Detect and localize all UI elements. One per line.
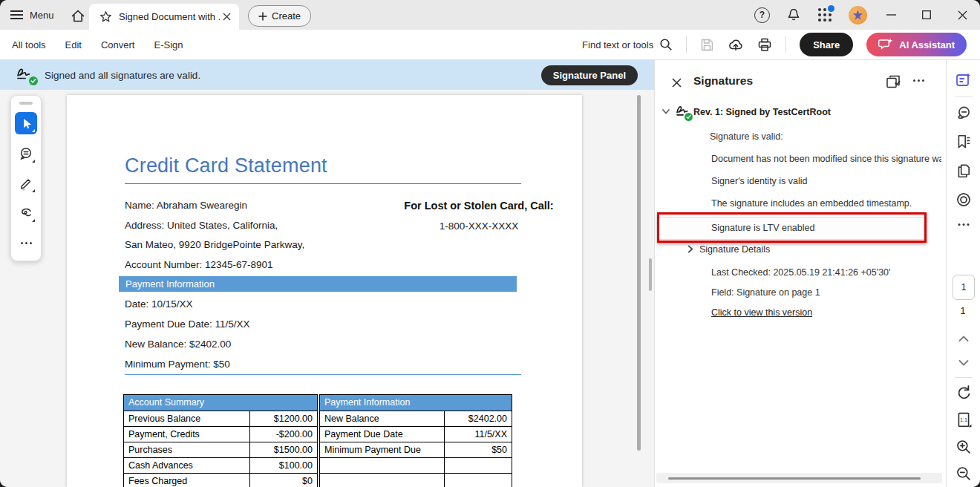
cell-value (445, 474, 512, 487)
cell-value: $1500.00 (250, 442, 317, 457)
help-icon[interactable]: ? (754, 7, 770, 23)
star-icon[interactable] (99, 10, 112, 23)
menu-all-tools[interactable]: All tools (12, 39, 46, 50)
panel-options-icon[interactable] (913, 79, 924, 82)
rotate-page-icon[interactable] (956, 385, 972, 401)
share-button[interactable]: Share (800, 33, 853, 56)
page-total-label: 1 (947, 306, 979, 316)
signature-panel-button[interactable]: Signature Panel (541, 65, 638, 85)
menu-esign[interactable]: E-Sign (154, 39, 183, 50)
table-row (320, 457, 512, 473)
panel-horizontal-scrollbar[interactable] (656, 473, 942, 483)
cell-value: $1200.00 (250, 411, 317, 426)
comment-tool-button[interactable] (15, 143, 37, 165)
cell-label: Minimum Payment Due (320, 442, 445, 457)
content-area: Signed and all signatures are valid. Sig… (0, 60, 980, 487)
previous-page-icon[interactable] (958, 335, 969, 342)
more-tools-button[interactable] (15, 232, 37, 254)
pages-panel-icon[interactable] (956, 163, 972, 179)
page-fit-icon[interactable]: 1:1 (956, 412, 972, 428)
quick-tools-rail (10, 95, 42, 261)
page-number-input[interactable]: 1 (953, 275, 975, 300)
collapse-chevron-icon[interactable] (661, 106, 673, 118)
valid-check-badge (29, 76, 38, 85)
flyout-corner (32, 129, 35, 132)
cell-value (445, 458, 512, 473)
flyout-corner (32, 189, 35, 192)
document-scrollbar[interactable] (637, 95, 641, 451)
close-panel-icon[interactable] (669, 75, 684, 90)
find-label: Find text or tools (582, 39, 653, 50)
date-line: Date: 10/15/XX (125, 298, 250, 310)
payment-info: Date: 10/15/XX Payment Due Date: 11/5/XX… (125, 298, 250, 370)
ai-chat-icon (878, 38, 893, 51)
apps-grid-icon[interactable] (817, 7, 832, 22)
save-icon[interactable] (700, 38, 714, 52)
draw-tool-button[interactable] (15, 172, 37, 195)
panel-scrollbar-thumb[interactable] (649, 258, 652, 291)
share-label: Share (813, 39, 840, 50)
menu-button[interactable]: Menu (10, 0, 54, 30)
close-window-button[interactable] (944, 0, 980, 30)
zoom-in-icon[interactable] (956, 439, 972, 455)
scrollbar-thumb[interactable] (668, 477, 921, 480)
field-line: Field: Signature on page 1 (711, 287, 820, 298)
account-number-line: Account Number: 12345-67-8901 (125, 259, 304, 270)
maximize-button[interactable] (909, 0, 944, 30)
signature-status-bar: Signed and all signatures are valid. Sig… (0, 60, 654, 90)
home-icon (71, 9, 85, 23)
home-button[interactable] (68, 6, 88, 25)
bookmarks-panel-icon[interactable] (956, 134, 972, 150)
cloud-upload-icon[interactable] (728, 37, 744, 52)
create-button[interactable]: Create (248, 5, 311, 27)
next-page-icon[interactable] (958, 359, 969, 367)
more-panels-icon[interactable] (958, 223, 969, 226)
name-line: Name: Abraham Swearegin (125, 200, 304, 211)
ai-assistant-panel-icon[interactable] (956, 72, 972, 88)
minimize-button[interactable] (873, 0, 909, 30)
ellipsis-icon (21, 242, 32, 244)
menu-edit[interactable]: Edit (65, 39, 82, 50)
print-icon[interactable] (757, 38, 772, 52)
cell-label: Fees Charged (124, 474, 250, 487)
cell-value: -$200.00 (250, 427, 317, 442)
drag-handle[interactable] (19, 102, 33, 105)
cell-label: Payment, Credits (124, 427, 250, 442)
table-row: Purchases$1500.00 (124, 442, 317, 457)
revision-heading[interactable]: Rev. 1: Signed by TestCertRoot (693, 107, 831, 117)
lost-card-heading: For Lost or Stolen Card, Call: (379, 200, 579, 212)
validate-all-icon[interactable] (885, 73, 901, 90)
signature-valid-line: Signature is valid: (710, 131, 783, 142)
table-row: Payment, Credits-$200.00 (124, 426, 317, 442)
comments-panel-icon[interactable] (956, 105, 972, 121)
detail-not-modified: Document has not been modified since thi… (711, 154, 941, 164)
user-avatar[interactable] (849, 6, 867, 24)
cell-label: Payment Due Date (320, 427, 445, 442)
select-tool-button[interactable] (15, 112, 37, 134)
ai-assistant-button[interactable]: AI Assistant (866, 33, 967, 56)
last-checked-line: Last Checked: 2025.05.19 21:41:26 +05'30… (711, 267, 890, 278)
notifications-icon[interactable] (786, 7, 801, 22)
table-row (320, 473, 512, 487)
menu-convert[interactable]: Convert (101, 39, 135, 50)
zoom-out-icon[interactable] (956, 465, 972, 482)
address-line-1: Address: United States, California, (125, 220, 304, 231)
ellipsis-icon (958, 223, 969, 226)
find-tools-button[interactable]: Find text or tools (582, 38, 673, 51)
payment-section-header: Payment Information (119, 276, 517, 292)
cell-label (320, 474, 445, 487)
signature-status-message: Signed and all signatures are valid. (45, 70, 200, 81)
hamburger-icon (10, 10, 23, 20)
tab-close-icon[interactable] (220, 10, 233, 24)
cell-value: $2402.00 (445, 411, 512, 426)
lasso-tool-button[interactable] (15, 202, 37, 224)
right-tool-rail: 1 1 1:1 (946, 60, 980, 487)
document-tab[interactable]: Signed Document with ... (89, 4, 239, 30)
expand-chevron-icon[interactable] (685, 244, 696, 255)
document-viewer: Signed and all signatures are valid. Sig… (0, 60, 654, 487)
attachments-panel-icon[interactable] (956, 192, 972, 208)
view-version-link[interactable]: Click to view this version (711, 307, 812, 318)
search-icon (659, 38, 673, 51)
due-date-line: Payment Due Date: 11/5/XX (125, 318, 250, 330)
signature-details-toggle[interactable]: Signature Details (699, 244, 770, 255)
